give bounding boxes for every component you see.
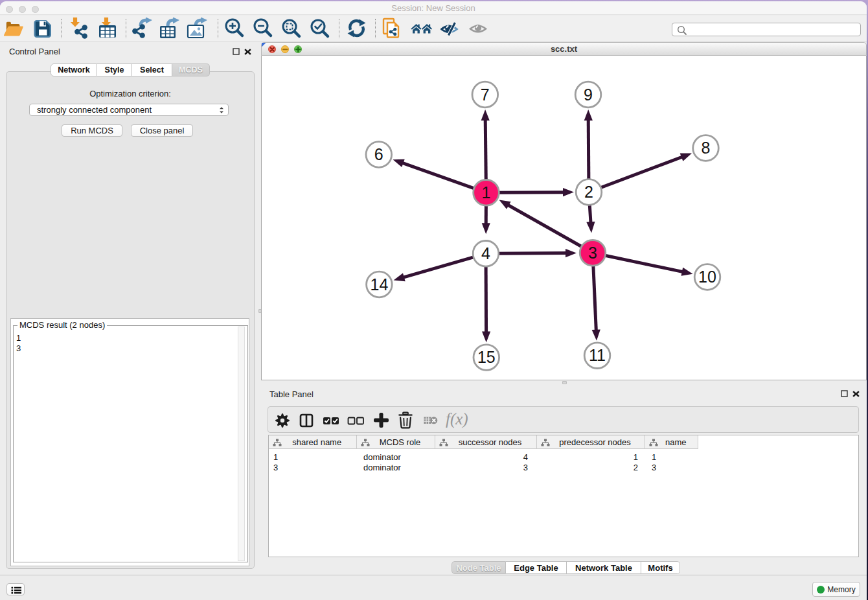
svg-text:11: 11 (589, 346, 606, 364)
svg-text:3: 3 (588, 244, 597, 262)
svg-text:7: 7 (481, 86, 490, 104)
svg-text:10: 10 (698, 268, 716, 286)
svg-text:6: 6 (374, 145, 383, 163)
svg-text:2: 2 (584, 183, 593, 201)
svg-text:4: 4 (481, 244, 490, 262)
svg-text:9: 9 (584, 86, 593, 104)
svg-text:14: 14 (370, 275, 388, 294)
svg-text:8: 8 (702, 139, 711, 157)
svg-text:15: 15 (477, 348, 496, 366)
svg-text:1: 1 (482, 183, 491, 202)
